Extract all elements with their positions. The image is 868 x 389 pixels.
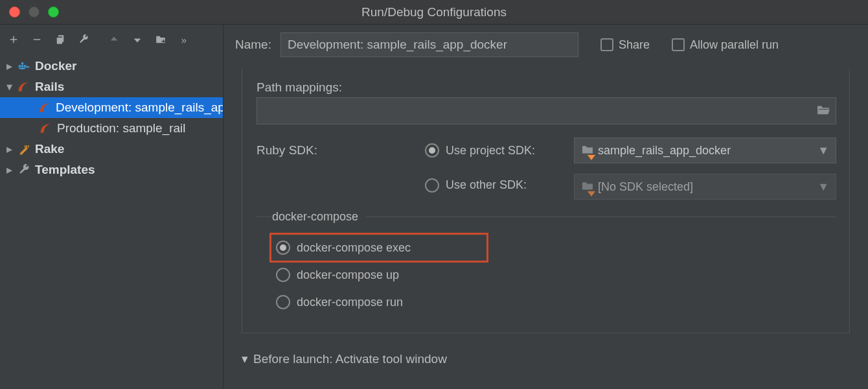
- minimize-window-button[interactable]: [29, 6, 40, 18]
- tree-node-rails[interactable]: ▾ Rails: [0, 77, 223, 97]
- copy-icon: [54, 34, 66, 45]
- folder-open-icon[interactable]: [816, 104, 830, 119]
- chevron-right-icon: ▸: [4, 59, 14, 73]
- svg-rect-0: [19, 65, 21, 67]
- radio-icon: [425, 143, 439, 158]
- tree-label: Rails: [35, 80, 64, 94]
- docker-compose-up-radio[interactable]: docker-compose up: [276, 268, 399, 282]
- folder-plus-icon: [155, 34, 166, 45]
- docker-compose-group: docker-compose docker-compose exec docke…: [257, 210, 836, 326]
- chevron-right-icon: ▸: [4, 163, 14, 177]
- config-panel: Name: Share Allow parallel run Path mapp…: [223, 25, 868, 389]
- svg-rect-1: [21, 65, 23, 67]
- name-input[interactable]: [280, 32, 578, 57]
- tree-label: Rake: [35, 142, 64, 156]
- svg-rect-2: [24, 65, 26, 67]
- zoom-window-button[interactable]: [48, 6, 59, 18]
- chevron-right-icon: ▸: [4, 142, 14, 156]
- rails-run-icon: [39, 123, 53, 134]
- config-tree: ▸ Docker ▾ Rails Development: sample_rai…: [0, 54, 223, 180]
- folder-icon: [581, 180, 594, 194]
- tree-node-templates[interactable]: ▸ Templates: [0, 159, 223, 180]
- titlebar: Run/Debug Configurations: [0, 0, 868, 25]
- config-subpanel: Path mappings: Ruby SDK: Use project SDK…: [242, 69, 850, 333]
- plus-icon: [8, 34, 19, 45]
- checkbox-box-icon: [600, 38, 613, 51]
- radio-icon: [425, 178, 439, 193]
- allow-parallel-checkbox[interactable]: Allow parallel run: [672, 38, 779, 52]
- tree-label: Templates: [35, 163, 95, 177]
- use-project-sdk-radio[interactable]: Use project SDK:: [425, 143, 535, 158]
- chevron-down-icon: ▼: [817, 144, 829, 158]
- remove-config-button[interactable]: [29, 31, 45, 48]
- wrench-icon: [17, 163, 31, 176]
- tree-label: Production: sample_rail: [57, 121, 186, 136]
- tree-label: Development: sample_rails_app_docker: [56, 100, 223, 115]
- share-label: Share: [619, 38, 650, 52]
- tree-node-rails-prod[interactable]: Production: sample_rail: [0, 118, 223, 139]
- arrow-up-icon: [108, 34, 120, 45]
- chevron-down-icon: ▾: [242, 351, 248, 366]
- more-button[interactable]: »: [176, 31, 192, 48]
- sidebar-toolbar: »: [0, 25, 223, 54]
- docker-compose-exec-label: docker-compose exec: [297, 241, 411, 255]
- svg-rect-3: [21, 62, 23, 64]
- edit-defaults-button[interactable]: [75, 31, 92, 48]
- path-mappings-label: Path mappings:: [257, 80, 836, 95]
- share-checkbox[interactable]: Share: [600, 38, 650, 52]
- wrench-icon: [78, 34, 89, 45]
- sidebar: » ▸ Docker ▾ Rails Develo: [0, 25, 223, 389]
- chevron-down-icon: ▼: [817, 180, 829, 194]
- checkbox-box-icon: [672, 38, 685, 51]
- ruby-sdk-label: Ruby SDK:: [257, 143, 425, 158]
- docker-icon: [17, 60, 31, 72]
- path-mappings-input[interactable]: [257, 97, 836, 124]
- tree-label: Docker: [35, 59, 76, 73]
- docker-compose-run-label: docker-compose run: [297, 296, 403, 309]
- docker-compose-run-radio[interactable]: docker-compose run: [276, 295, 403, 309]
- tree-node-docker[interactable]: ▸ Docker: [0, 56, 223, 77]
- folder-icon: [581, 144, 594, 158]
- allow-parallel-label: Allow parallel run: [690, 38, 779, 52]
- radio-icon: [276, 241, 290, 255]
- use-other-sdk-label: Use other SDK:: [446, 178, 527, 192]
- window-title: Run/Debug Configurations: [0, 5, 868, 19]
- chevron-down-icon: ▾: [4, 80, 14, 94]
- tree-node-rails-dev[interactable]: Development: sample_rails_app_docker: [0, 97, 223, 118]
- add-config-button[interactable]: [5, 31, 22, 48]
- toolbar-separator: [98, 32, 99, 47]
- tree-node-rake[interactable]: ▸ Rake: [0, 139, 223, 159]
- rails-icon: [17, 81, 31, 93]
- arrow-down-icon: [131, 34, 143, 45]
- copy-config-button[interactable]: [52, 31, 69, 48]
- move-up-button[interactable]: [106, 31, 122, 48]
- use-project-sdk-label: Use project SDK:: [446, 144, 535, 158]
- docker-compose-legend: docker-compose: [272, 210, 366, 224]
- before-launch-section[interactable]: ▾ Before launch: Activate tool window: [242, 351, 850, 366]
- radio-icon: [276, 295, 290, 309]
- rake-icon: [17, 143, 31, 156]
- use-other-sdk-radio[interactable]: Use other SDK:: [425, 178, 527, 193]
- rails-run-icon: [39, 102, 52, 113]
- combo-text: [No SDK selected]: [598, 180, 693, 194]
- before-launch-label: Before launch: Activate tool window: [253, 352, 447, 366]
- project-sdk-combo[interactable]: sample_rails_app_docker ▼: [574, 137, 836, 163]
- close-window-button[interactable]: [9, 6, 20, 18]
- docker-compose-up-label: docker-compose up: [297, 268, 399, 282]
- other-sdk-combo[interactable]: [No SDK selected] ▼: [574, 174, 836, 200]
- new-folder-button[interactable]: [152, 31, 169, 48]
- docker-compose-exec-radio[interactable]: docker-compose exec: [276, 241, 411, 255]
- combo-text: sample_rails_app_docker: [598, 144, 731, 158]
- radio-icon: [276, 268, 290, 282]
- name-label: Name:: [235, 38, 271, 52]
- move-down-button[interactable]: [129, 31, 146, 48]
- minus-icon: [31, 34, 43, 45]
